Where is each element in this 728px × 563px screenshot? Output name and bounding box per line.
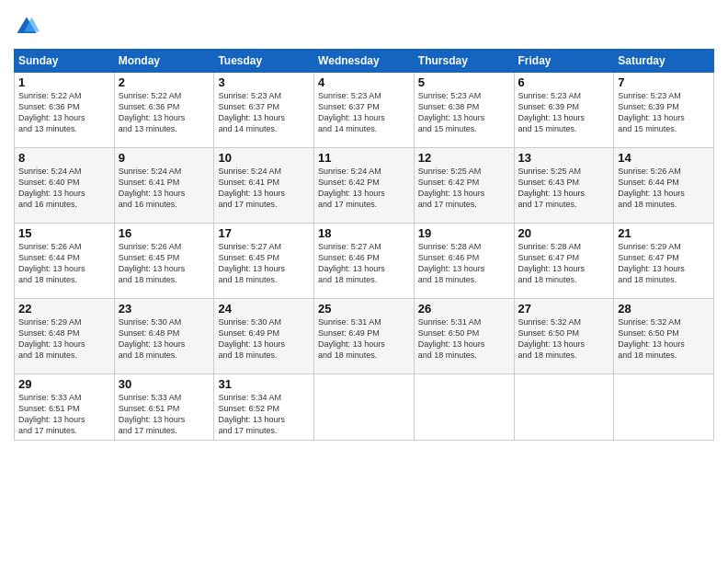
day-number: 6 bbox=[518, 75, 610, 89]
calendar-cell: 4 Sunrise: 5:23 AMSunset: 6:37 PMDayligh… bbox=[314, 73, 415, 148]
day-number: 21 bbox=[618, 226, 710, 240]
day-number: 29 bbox=[18, 377, 110, 391]
calendar-cell: 24 Sunrise: 5:30 AMSunset: 6:49 PMDaylig… bbox=[214, 299, 314, 374]
day-number: 8 bbox=[18, 151, 110, 165]
day-info: Sunrise: 5:32 AMSunset: 6:50 PMDaylight:… bbox=[618, 317, 685, 360]
day-info: Sunrise: 5:29 AMSunset: 6:47 PMDaylight:… bbox=[618, 242, 685, 284]
day-number: 3 bbox=[218, 75, 310, 89]
calendar-cell: 16 Sunrise: 5:26 AMSunset: 6:45 PMDaylig… bbox=[114, 224, 214, 299]
day-info: Sunrise: 5:23 AMSunset: 6:38 PMDaylight:… bbox=[418, 91, 485, 133]
calendar-cell: 20 Sunrise: 5:28 AMSunset: 6:47 PMDaylig… bbox=[514, 224, 614, 299]
calendar-cell: 23 Sunrise: 5:30 AMSunset: 6:48 PMDaylig… bbox=[114, 299, 214, 374]
day-info: Sunrise: 5:23 AMSunset: 6:39 PMDaylight:… bbox=[618, 91, 685, 133]
day-number: 15 bbox=[18, 226, 110, 240]
calendar-cell: 17 Sunrise: 5:27 AMSunset: 6:45 PMDaylig… bbox=[214, 224, 314, 299]
calendar-cell: 15 Sunrise: 5:26 AMSunset: 6:44 PMDaylig… bbox=[15, 224, 115, 299]
day-info: Sunrise: 5:31 AMSunset: 6:49 PMDaylight:… bbox=[318, 317, 385, 360]
day-info: Sunrise: 5:23 AMSunset: 6:37 PMDaylight:… bbox=[218, 91, 285, 133]
day-number: 27 bbox=[518, 302, 610, 316]
day-number: 31 bbox=[218, 377, 310, 391]
day-number: 25 bbox=[318, 302, 410, 316]
day-number: 4 bbox=[318, 75, 410, 89]
calendar-cell: 13 Sunrise: 5:25 AMSunset: 6:43 PMDaylig… bbox=[514, 148, 614, 224]
day-number: 18 bbox=[318, 226, 410, 240]
calendar-cell: 22 Sunrise: 5:29 AMSunset: 6:48 PMDaylig… bbox=[15, 299, 115, 374]
day-number: 23 bbox=[119, 302, 210, 316]
calendar-day-header: Monday bbox=[114, 50, 214, 73]
calendar-cell: 28 Sunrise: 5:32 AMSunset: 6:50 PMDaylig… bbox=[614, 299, 714, 374]
day-info: Sunrise: 5:31 AMSunset: 6:50 PMDaylight:… bbox=[418, 317, 485, 360]
logo-icon bbox=[14, 14, 40, 40]
calendar-cell bbox=[514, 374, 614, 441]
day-number: 11 bbox=[318, 151, 410, 165]
calendar-cell: 5 Sunrise: 5:23 AMSunset: 6:38 PMDayligh… bbox=[414, 73, 514, 148]
day-number: 16 bbox=[119, 226, 210, 240]
day-info: Sunrise: 5:33 AMSunset: 6:51 PMDaylight:… bbox=[18, 393, 85, 435]
day-number: 26 bbox=[418, 302, 510, 316]
day-number: 30 bbox=[119, 377, 210, 391]
calendar-cell: 18 Sunrise: 5:27 AMSunset: 6:46 PMDaylig… bbox=[314, 224, 415, 299]
calendar-day-header: Thursday bbox=[414, 50, 514, 73]
calendar-cell bbox=[314, 374, 415, 441]
calendar-cell: 29 Sunrise: 5:33 AMSunset: 6:51 PMDaylig… bbox=[15, 374, 115, 441]
day-info: Sunrise: 5:25 AMSunset: 6:42 PMDaylight:… bbox=[418, 167, 485, 209]
logo bbox=[14, 14, 43, 40]
calendar-cell: 27 Sunrise: 5:32 AMSunset: 6:50 PMDaylig… bbox=[514, 299, 614, 374]
day-info: Sunrise: 5:24 AMSunset: 6:40 PMDaylight:… bbox=[18, 167, 85, 209]
calendar-cell bbox=[414, 374, 514, 441]
day-number: 1 bbox=[18, 75, 110, 89]
calendar-cell: 31 Sunrise: 5:34 AMSunset: 6:52 PMDaylig… bbox=[214, 374, 314, 441]
calendar-cell: 21 Sunrise: 5:29 AMSunset: 6:47 PMDaylig… bbox=[614, 224, 714, 299]
day-info: Sunrise: 5:30 AMSunset: 6:48 PMDaylight:… bbox=[119, 317, 186, 360]
day-info: Sunrise: 5:28 AMSunset: 6:47 PMDaylight:… bbox=[518, 242, 586, 284]
calendar-cell: 12 Sunrise: 5:25 AMSunset: 6:42 PMDaylig… bbox=[414, 148, 514, 224]
calendar-day-header: Wednesday bbox=[314, 50, 415, 73]
calendar-cell: 11 Sunrise: 5:24 AMSunset: 6:42 PMDaylig… bbox=[314, 148, 415, 224]
day-number: 19 bbox=[418, 226, 510, 240]
day-number: 7 bbox=[618, 75, 710, 89]
calendar-cell: 10 Sunrise: 5:24 AMSunset: 6:41 PMDaylig… bbox=[214, 148, 314, 224]
day-info: Sunrise: 5:26 AMSunset: 6:44 PMDaylight:… bbox=[618, 167, 685, 209]
calendar-cell: 26 Sunrise: 5:31 AMSunset: 6:50 PMDaylig… bbox=[414, 299, 514, 374]
day-number: 2 bbox=[119, 75, 210, 89]
calendar-table: SundayMondayTuesdayWednesdayThursdayFrid… bbox=[14, 49, 714, 441]
page: SundayMondayTuesdayWednesdayThursdayFrid… bbox=[0, 0, 728, 563]
day-number: 28 bbox=[618, 302, 710, 316]
day-info: Sunrise: 5:34 AMSunset: 6:52 PMDaylight:… bbox=[218, 393, 285, 435]
day-number: 12 bbox=[418, 151, 510, 165]
calendar-day-header: Friday bbox=[514, 50, 614, 73]
day-number: 14 bbox=[618, 151, 710, 165]
calendar-day-header: Tuesday bbox=[214, 50, 314, 73]
day-info: Sunrise: 5:23 AMSunset: 6:39 PMDaylight:… bbox=[518, 91, 586, 133]
calendar-cell: 30 Sunrise: 5:33 AMSunset: 6:51 PMDaylig… bbox=[114, 374, 214, 441]
calendar-cell: 1 Sunrise: 5:22 AMSunset: 6:36 PMDayligh… bbox=[15, 73, 115, 148]
calendar-cell: 25 Sunrise: 5:31 AMSunset: 6:49 PMDaylig… bbox=[314, 299, 415, 374]
day-info: Sunrise: 5:29 AMSunset: 6:48 PMDaylight:… bbox=[18, 317, 85, 360]
day-number: 10 bbox=[218, 151, 310, 165]
day-info: Sunrise: 5:28 AMSunset: 6:46 PMDaylight:… bbox=[418, 242, 485, 284]
calendar-day-header: Saturday bbox=[614, 50, 714, 73]
day-info: Sunrise: 5:24 AMSunset: 6:41 PMDaylight:… bbox=[218, 167, 285, 209]
day-info: Sunrise: 5:24 AMSunset: 6:42 PMDaylight:… bbox=[318, 167, 385, 209]
day-info: Sunrise: 5:32 AMSunset: 6:50 PMDaylight:… bbox=[518, 317, 586, 360]
day-number: 20 bbox=[518, 226, 610, 240]
day-number: 13 bbox=[518, 151, 610, 165]
day-number: 24 bbox=[218, 302, 310, 316]
calendar-day-header: Sunday bbox=[15, 50, 115, 73]
day-info: Sunrise: 5:23 AMSunset: 6:37 PMDaylight:… bbox=[318, 91, 385, 133]
day-info: Sunrise: 5:26 AMSunset: 6:45 PMDaylight:… bbox=[119, 242, 186, 284]
calendar-cell: 19 Sunrise: 5:28 AMSunset: 6:46 PMDaylig… bbox=[414, 224, 514, 299]
calendar-cell: 7 Sunrise: 5:23 AMSunset: 6:39 PMDayligh… bbox=[614, 73, 714, 148]
day-info: Sunrise: 5:26 AMSunset: 6:44 PMDaylight:… bbox=[18, 242, 85, 284]
calendar-cell: 8 Sunrise: 5:24 AMSunset: 6:40 PMDayligh… bbox=[15, 148, 115, 224]
day-info: Sunrise: 5:27 AMSunset: 6:45 PMDaylight:… bbox=[218, 242, 285, 284]
day-info: Sunrise: 5:27 AMSunset: 6:46 PMDaylight:… bbox=[318, 242, 385, 284]
header bbox=[14, 14, 714, 40]
calendar-cell: 2 Sunrise: 5:22 AMSunset: 6:36 PMDayligh… bbox=[114, 73, 214, 148]
day-info: Sunrise: 5:30 AMSunset: 6:49 PMDaylight:… bbox=[218, 317, 285, 360]
day-info: Sunrise: 5:33 AMSunset: 6:51 PMDaylight:… bbox=[119, 393, 186, 435]
calendar-header-row: SundayMondayTuesdayWednesdayThursdayFrid… bbox=[15, 50, 714, 73]
calendar-cell bbox=[614, 374, 714, 441]
day-number: 5 bbox=[418, 75, 510, 89]
day-number: 17 bbox=[218, 226, 310, 240]
